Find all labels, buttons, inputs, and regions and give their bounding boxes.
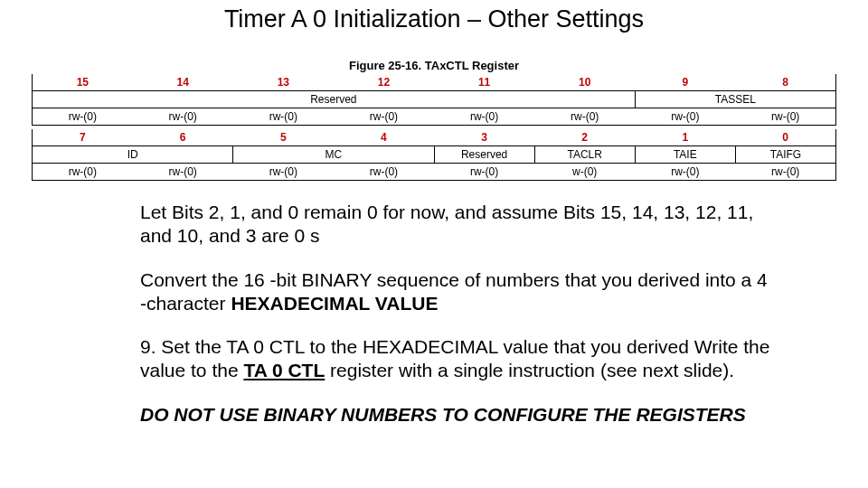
- rw-cell: rw-(0): [133, 164, 233, 181]
- rw-cell: rw-(0): [233, 164, 334, 181]
- bit-number: 15: [33, 74, 133, 91]
- bit-number: 9: [635, 74, 735, 91]
- bit-number: 4: [334, 129, 434, 146]
- text: register with a single instruction (see …: [325, 360, 734, 380]
- figure-caption: Figure 25-16. TAxCTL Register: [0, 59, 868, 72]
- paragraph: Convert the 16 -bit BINARY sequence of n…: [140, 268, 773, 316]
- rw-cell: rw-(0): [33, 164, 133, 181]
- field-reserved: Reserved: [33, 91, 636, 108]
- bit-number: 1: [635, 129, 735, 146]
- table-row: rw-(0) rw-(0) rw-(0) rw-(0) rw-(0) w-(0)…: [33, 164, 836, 181]
- bit-number: 2: [534, 129, 635, 146]
- rw-cell: rw-(0): [434, 164, 534, 181]
- rw-cell: rw-(0): [635, 164, 735, 181]
- rw-cell: rw-(0): [334, 164, 434, 181]
- rw-cell: rw-(0): [133, 108, 233, 126]
- field-tassel: TASSEL: [635, 91, 835, 108]
- bit-number: 6: [133, 129, 233, 146]
- paragraph: Let Bits 2, 1, and 0 remain 0 for now, a…: [140, 201, 773, 249]
- table-row: 15 14 13 12 11 10 9 8: [33, 74, 836, 91]
- rw-cell: rw-(0): [33, 108, 133, 126]
- field-id: ID: [33, 146, 233, 164]
- bit-number: 8: [735, 74, 835, 91]
- paragraph: 9. Set the TA 0 CTL to the HEXADECIMAL v…: [140, 335, 773, 383]
- bit-number: 11: [434, 74, 534, 91]
- rw-cell: rw-(0): [534, 108, 635, 126]
- bit-number: 3: [434, 129, 534, 146]
- field-reserved: Reserved: [434, 146, 534, 164]
- field-taclr: TACLR: [534, 146, 635, 164]
- bit-number: 7: [33, 129, 133, 146]
- bit-number: 0: [735, 129, 835, 146]
- table-row: 7 6 5 4 3 2 1 0: [33, 129, 836, 146]
- rw-cell: w-(0): [534, 164, 635, 181]
- bit-number: 13: [233, 74, 334, 91]
- register-name: TA 0 CTL: [243, 360, 325, 380]
- rw-cell: rw-(0): [233, 108, 334, 126]
- table-row: Reserved TASSEL: [33, 91, 836, 108]
- bit-number: 12: [334, 74, 434, 91]
- register-table: 15 14 13 12 11 10 9 8 Reserved TASSEL rw…: [32, 74, 836, 181]
- field-taifg: TAIFG: [735, 146, 835, 164]
- rw-cell: rw-(0): [334, 108, 434, 126]
- table-row: ID MC Reserved TACLR TAIE TAIFG: [33, 146, 836, 164]
- rw-cell: rw-(0): [735, 108, 835, 126]
- rw-cell: rw-(0): [635, 108, 735, 126]
- rw-cell: rw-(0): [434, 108, 534, 126]
- field-mc: MC: [233, 146, 434, 164]
- warning-text: DO NOT USE BINARY NUMBERS TO CONFIGURE T…: [140, 403, 773, 427]
- body-text: Let Bits 2, 1, and 0 remain 0 for now, a…: [140, 201, 773, 427]
- bit-number: 14: [133, 74, 233, 91]
- rw-cell: rw-(0): [735, 164, 835, 181]
- bit-number: 5: [233, 129, 334, 146]
- slide: Timer A 0 Initialization – Other Setting…: [0, 0, 868, 488]
- emphasis-hex-value: HEXADECIMAL VALUE: [231, 293, 438, 314]
- field-taie: TAIE: [635, 146, 735, 164]
- page-title: Timer A 0 Initialization – Other Setting…: [0, 5, 868, 33]
- table-row: rw-(0) rw-(0) rw-(0) rw-(0) rw-(0) rw-(0…: [33, 108, 836, 126]
- bit-number: 10: [534, 74, 635, 91]
